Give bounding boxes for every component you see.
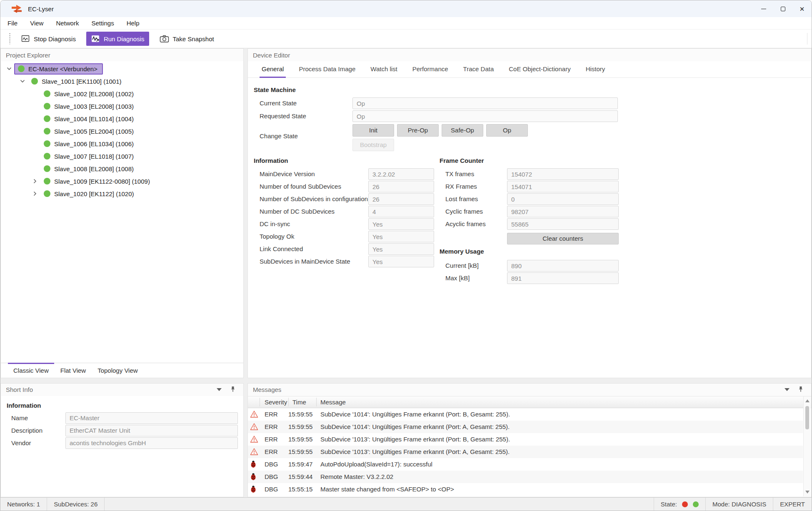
chevron-down-icon[interactable] — [5, 65, 13, 73]
clear-counters-button[interactable]: Clear counters — [507, 233, 619, 244]
toolbar-end-divider — [807, 33, 807, 45]
chevron-down-icon[interactable] — [18, 77, 27, 85]
scroll-up-icon[interactable] — [805, 399, 810, 402]
column-header-message[interactable]: Message — [320, 396, 346, 408]
menu-item-view[interactable]: View — [24, 17, 50, 30]
scrollbar-thumb[interactable] — [805, 406, 809, 429]
memory-value-field[interactable] — [507, 272, 619, 284]
message-row[interactable]: ERR15:59:55SubDevice '1014': Ungültiges … — [248, 408, 803, 421]
frame-counter-value-field[interactable] — [507, 168, 619, 180]
view-tab-topology-view[interactable]: Topology View — [92, 363, 143, 378]
menu-item-settings[interactable]: Settings — [85, 17, 120, 30]
tree-item[interactable]: Slave_1004 [EL1014] (1004) — [1, 112, 243, 125]
information-value-field[interactable] — [368, 231, 434, 242]
chevron-right-icon[interactable] — [31, 177, 39, 185]
short-info-value-field[interactable] — [65, 425, 238, 436]
tree-item[interactable]: EC-Master <Verbunden> — [1, 62, 243, 75]
state-button-op[interactable]: Op — [486, 124, 528, 137]
pin-icon[interactable] — [230, 386, 236, 394]
tree-node-label: Slave_1020 [EK1122] (1020) — [54, 190, 134, 197]
message-row[interactable]: DBG15:55:15Master state changed from <SA… — [248, 483, 803, 496]
message-severity: DBG — [265, 483, 278, 496]
tree-item[interactable]: Slave_1020 [EK1122] (1020) — [1, 187, 243, 200]
requested-state-field[interactable] — [352, 110, 618, 122]
message-time: 15:59:47 — [288, 458, 312, 471]
message-row[interactable]: ERR15:59:55SubDevice '1013': Ungültiges … — [248, 446, 803, 458]
messages-scrollbar[interactable] — [803, 396, 811, 496]
take-snapshot-button[interactable]: Take Snapshot — [155, 32, 219, 46]
message-row[interactable]: ERR15:59:55SubDevice '1013': Ungültiges … — [248, 433, 803, 446]
tree-item[interactable]: Slave_1008 [EL2008] (1008) — [1, 162, 243, 175]
horizontal-splitter[interactable] — [0, 378, 244, 383]
frame-counter-value-field[interactable] — [507, 181, 619, 192]
tree-item[interactable]: Slave_1003 [EL2008] (1003) — [1, 100, 243, 112]
memory-row: Current [kB] — [248, 260, 811, 272]
view-tab-classic-view[interactable]: Classic View — [8, 363, 54, 378]
chevron-right-icon[interactable] — [31, 189, 39, 198]
maximize-button[interactable] — [773, 0, 792, 17]
frame-counter-value-field[interactable] — [507, 218, 619, 230]
tree-item[interactable]: Slave_1009 [EK1122-0080] (1009) — [1, 175, 243, 187]
chevron-down-icon — [6, 65, 12, 72]
state-button-pre-op[interactable]: Pre-Op — [397, 124, 439, 137]
short-info-value-field[interactable] — [65, 412, 238, 424]
tree-item[interactable]: Slave_1001 [EK1100] (1001) — [1, 75, 243, 87]
tree-item[interactable]: Slave_1002 [EL2008] (1002) — [1, 87, 243, 100]
status-dot — [44, 128, 50, 135]
state-machine-heading: State Machine — [254, 86, 296, 93]
view-tabs: Classic ViewFlat ViewTopology View — [1, 363, 243, 378]
current-state-field[interactable] — [352, 97, 618, 109]
horizontal-splitter[interactable] — [247, 378, 812, 383]
chevron-right-icon — [32, 178, 38, 184]
tab-trace-data[interactable]: Trace Data — [461, 61, 496, 78]
menu-item-help[interactable]: Help — [120, 17, 146, 30]
state-button-init[interactable]: Init — [352, 124, 394, 137]
scroll-down-icon[interactable] — [805, 491, 810, 494]
minimize-button[interactable] — [754, 0, 773, 17]
memory-value-field[interactable] — [507, 260, 619, 272]
pin-icon[interactable] — [798, 386, 804, 394]
state-button-safe-op[interactable]: Safe-Op — [442, 124, 483, 137]
stop-diagnosis-button[interactable]: Stop Diagnosis — [16, 32, 81, 46]
message-time: 15:59:55 — [288, 408, 312, 421]
vertical-splitter[interactable] — [244, 48, 247, 497]
messages-table-header: Severity Time Message — [248, 396, 811, 408]
tab-watch-list[interactable]: Watch list — [368, 61, 399, 78]
tree-item[interactable]: Slave_1006 [EL1034] (1006) — [1, 137, 243, 150]
message-row[interactable]: DBG15:59:47AutoPdoUpload(SlaveId=17): su… — [248, 458, 803, 471]
message-row[interactable]: DBG15:59:44Remote Master: V3.2.2.02 — [248, 471, 803, 483]
message-text: SubDevice '1013': Ungültiges Frame erkan… — [320, 446, 510, 458]
column-header-severity[interactable]: Severity — [265, 396, 287, 408]
view-tab-flat-view[interactable]: Flat View — [55, 363, 91, 378]
tree-item[interactable]: Slave_1007 [EL1018] (1007) — [1, 150, 243, 162]
tab-process-data-image[interactable]: Process Data Image — [297, 61, 357, 78]
menu-item-file[interactable]: File — [1, 17, 24, 30]
frame-counter-value-field[interactable] — [507, 193, 619, 205]
left-column: Project Explorer EC-Master <Verbunden>Sl… — [0, 48, 244, 497]
column-header-time[interactable]: Time — [292, 396, 306, 408]
state-green-indicator — [693, 501, 699, 507]
menu-item-network[interactable]: Network — [50, 17, 85, 30]
message-severity: ERR — [265, 433, 278, 446]
bug-icon — [250, 460, 257, 468]
run-diagnosis-button[interactable]: Run Diagnosis — [86, 32, 150, 46]
message-row[interactable]: ERR15:59:55SubDevice '1014': Ungültiges … — [248, 421, 803, 433]
collapse-panel-icon[interactable] — [785, 388, 790, 391]
toolbar-grip-handle[interactable] — [9, 33, 10, 44]
frame-counter-label: RX Frames — [445, 181, 477, 192]
tree-node-box: Slave_1002 [EL2008] (1002) — [40, 88, 139, 100]
frame-counter-value-field[interactable] — [507, 206, 619, 217]
tab-general[interactable]: General — [260, 61, 286, 78]
tab-performance[interactable]: Performance — [410, 61, 450, 78]
bootstrap-button[interactable]: Bootstrap — [352, 139, 394, 151]
close-button[interactable]: ✕ — [792, 0, 812, 17]
collapse-panel-icon[interactable] — [217, 388, 222, 391]
tab-history[interactable]: History — [584, 61, 607, 78]
tree-item[interactable]: Slave_1005 [EL2004] (1005) — [1, 125, 243, 137]
short-info-value-field[interactable] — [65, 437, 238, 449]
tab-coe-object-dictionary[interactable]: CoE Object-Dictionary — [507, 61, 572, 78]
menu-bar: FileViewNetworkSettingsHelp — [0, 17, 812, 30]
chevron-spacer — [31, 127, 39, 135]
information-value-field[interactable] — [368, 243, 434, 255]
message-icon-cell — [250, 435, 258, 445]
